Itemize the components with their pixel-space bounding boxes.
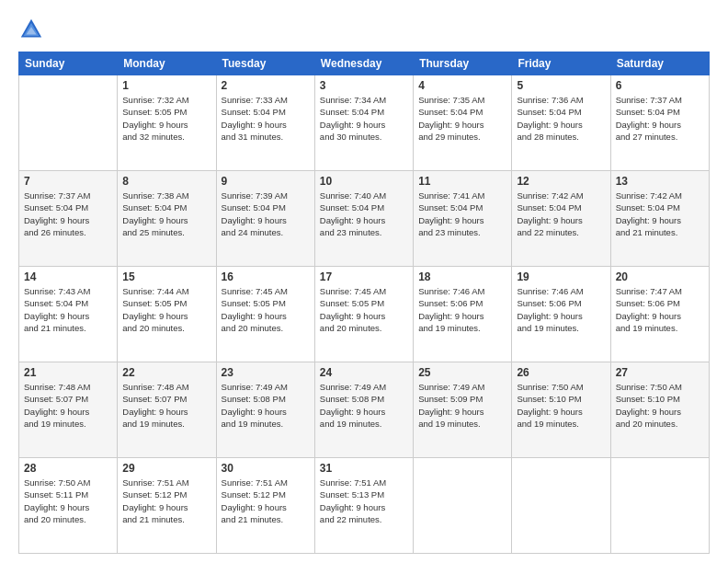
day-cell: 19Sunrise: 7:46 AM Sunset: 5:06 PM Dayli…: [512, 267, 610, 362]
day-info: Sunrise: 7:37 AM Sunset: 5:04 PM Dayligh…: [616, 94, 704, 143]
day-cell: 20Sunrise: 7:47 AM Sunset: 5:06 PM Dayli…: [610, 267, 709, 362]
day-number: 14: [24, 270, 112, 283]
day-info: Sunrise: 7:38 AM Sunset: 5:04 PM Dayligh…: [122, 190, 210, 238]
day-number: 23: [222, 366, 310, 379]
day-number: 20: [616, 270, 704, 283]
day-number: 6: [616, 79, 704, 92]
day-info: Sunrise: 7:42 AM Sunset: 5:04 PM Dayligh…: [517, 190, 605, 238]
day-number: 5: [517, 79, 605, 92]
week-row-2: 14Sunrise: 7:43 AM Sunset: 5:04 PM Dayli…: [19, 267, 710, 362]
day-info: Sunrise: 7:50 AM Sunset: 5:10 PM Dayligh…: [517, 381, 605, 430]
day-info: Sunrise: 7:51 AM Sunset: 5:13 PM Dayligh…: [320, 477, 408, 525]
day-info: Sunrise: 7:48 AM Sunset: 5:07 PM Dayligh…: [122, 381, 210, 430]
day-cell: 24Sunrise: 7:49 AM Sunset: 5:08 PM Dayli…: [314, 362, 413, 458]
day-info: Sunrise: 7:34 AM Sunset: 5:04 PM Dayligh…: [320, 94, 408, 143]
day-cell: [512, 458, 610, 554]
day-number: 7: [24, 175, 112, 188]
day-cell: 14Sunrise: 7:43 AM Sunset: 5:04 PM Dayli…: [19, 267, 118, 362]
day-number: 28: [24, 462, 112, 475]
day-cell: 27Sunrise: 7:50 AM Sunset: 5:10 PM Dayli…: [610, 362, 709, 458]
day-cell: 9Sunrise: 7:39 AM Sunset: 5:04 PM Daylig…: [216, 171, 314, 267]
day-info: Sunrise: 7:49 AM Sunset: 5:08 PM Dayligh…: [320, 381, 408, 430]
logo-icon: [18, 17, 44, 42]
day-cell: 16Sunrise: 7:45 AM Sunset: 5:05 PM Dayli…: [216, 267, 314, 362]
day-number: 19: [517, 270, 605, 283]
col-header-sunday: Sunday: [19, 52, 118, 75]
day-number: 30: [222, 462, 310, 475]
day-number: 9: [222, 175, 310, 188]
day-cell: [610, 458, 709, 554]
day-number: 22: [122, 366, 210, 379]
day-info: Sunrise: 7:45 AM Sunset: 5:05 PM Dayligh…: [320, 285, 408, 334]
day-cell: 6Sunrise: 7:37 AM Sunset: 5:04 PM Daylig…: [610, 75, 709, 171]
col-header-monday: Monday: [118, 52, 216, 75]
day-number: 3: [320, 79, 408, 92]
day-info: Sunrise: 7:50 AM Sunset: 5:10 PM Dayligh…: [616, 381, 704, 430]
day-cell: 17Sunrise: 7:45 AM Sunset: 5:05 PM Dayli…: [314, 267, 413, 362]
day-number: 8: [122, 175, 210, 188]
day-info: Sunrise: 7:33 AM Sunset: 5:04 PM Dayligh…: [222, 94, 310, 143]
day-cell: 7Sunrise: 7:37 AM Sunset: 5:04 PM Daylig…: [19, 171, 118, 267]
day-number: 25: [418, 366, 506, 379]
day-number: 10: [320, 175, 408, 188]
col-header-tuesday: Tuesday: [216, 52, 314, 75]
day-info: Sunrise: 7:50 AM Sunset: 5:11 PM Dayligh…: [24, 477, 112, 525]
day-cell: 5Sunrise: 7:36 AM Sunset: 5:04 PM Daylig…: [512, 75, 610, 171]
day-info: Sunrise: 7:44 AM Sunset: 5:05 PM Dayligh…: [122, 285, 210, 334]
day-cell: 21Sunrise: 7:48 AM Sunset: 5:07 PM Dayli…: [19, 362, 118, 458]
day-info: Sunrise: 7:51 AM Sunset: 5:12 PM Dayligh…: [222, 477, 310, 525]
day-info: Sunrise: 7:40 AM Sunset: 5:04 PM Dayligh…: [320, 190, 408, 238]
day-cell: 10Sunrise: 7:40 AM Sunset: 5:04 PM Dayli…: [314, 171, 413, 267]
day-cell: 23Sunrise: 7:49 AM Sunset: 5:08 PM Dayli…: [216, 362, 314, 458]
day-number: 17: [320, 270, 408, 283]
day-cell: 26Sunrise: 7:50 AM Sunset: 5:10 PM Dayli…: [512, 362, 610, 458]
day-info: Sunrise: 7:51 AM Sunset: 5:12 PM Dayligh…: [122, 477, 210, 525]
day-cell: 30Sunrise: 7:51 AM Sunset: 5:12 PM Dayli…: [216, 458, 314, 554]
day-info: Sunrise: 7:42 AM Sunset: 5:04 PM Dayligh…: [616, 190, 704, 238]
day-info: Sunrise: 7:35 AM Sunset: 5:04 PM Dayligh…: [418, 94, 506, 143]
week-row-3: 21Sunrise: 7:48 AM Sunset: 5:07 PM Dayli…: [19, 362, 710, 458]
col-header-saturday: Saturday: [610, 52, 709, 75]
header-row: SundayMondayTuesdayWednesdayThursdayFrid…: [19, 52, 710, 75]
day-info: Sunrise: 7:46 AM Sunset: 5:06 PM Dayligh…: [517, 285, 605, 334]
day-cell: 28Sunrise: 7:50 AM Sunset: 5:11 PM Dayli…: [19, 458, 118, 554]
day-cell: 3Sunrise: 7:34 AM Sunset: 5:04 PM Daylig…: [314, 75, 413, 171]
day-cell: 29Sunrise: 7:51 AM Sunset: 5:12 PM Dayli…: [118, 458, 216, 554]
day-number: 29: [122, 462, 210, 475]
day-cell: 22Sunrise: 7:48 AM Sunset: 5:07 PM Dayli…: [118, 362, 216, 458]
day-info: Sunrise: 7:39 AM Sunset: 5:04 PM Dayligh…: [222, 190, 310, 238]
week-row-0: 1Sunrise: 7:32 AM Sunset: 5:05 PM Daylig…: [19, 75, 710, 171]
day-info: Sunrise: 7:41 AM Sunset: 5:04 PM Dayligh…: [418, 190, 506, 238]
day-number: 13: [616, 175, 704, 188]
day-number: 31: [320, 462, 408, 475]
day-cell: 31Sunrise: 7:51 AM Sunset: 5:13 PM Dayli…: [314, 458, 413, 554]
col-header-friday: Friday: [512, 52, 610, 75]
col-header-wednesday: Wednesday: [314, 52, 413, 75]
day-number: 15: [122, 270, 210, 283]
day-info: Sunrise: 7:46 AM Sunset: 5:06 PM Dayligh…: [418, 285, 506, 334]
header: [18, 17, 710, 42]
day-info: Sunrise: 7:49 AM Sunset: 5:09 PM Dayligh…: [418, 381, 506, 430]
day-number: 21: [24, 366, 112, 379]
day-info: Sunrise: 7:36 AM Sunset: 5:04 PM Dayligh…: [517, 94, 605, 143]
day-number: 24: [320, 366, 408, 379]
day-info: Sunrise: 7:45 AM Sunset: 5:05 PM Dayligh…: [222, 285, 310, 334]
page: SundayMondayTuesdayWednesdayThursdayFrid…: [0, 0, 728, 563]
day-cell: 25Sunrise: 7:49 AM Sunset: 5:09 PM Dayli…: [414, 362, 512, 458]
day-info: Sunrise: 7:49 AM Sunset: 5:08 PM Dayligh…: [222, 381, 310, 430]
day-cell: 15Sunrise: 7:44 AM Sunset: 5:05 PM Dayli…: [118, 267, 216, 362]
day-number: 16: [222, 270, 310, 283]
day-cell: 18Sunrise: 7:46 AM Sunset: 5:06 PM Dayli…: [414, 267, 512, 362]
day-number: 2: [222, 79, 310, 92]
day-number: 18: [418, 270, 506, 283]
day-cell: 4Sunrise: 7:35 AM Sunset: 5:04 PM Daylig…: [414, 75, 512, 171]
day-cell: [19, 75, 118, 171]
day-info: Sunrise: 7:48 AM Sunset: 5:07 PM Dayligh…: [24, 381, 112, 430]
day-info: Sunrise: 7:47 AM Sunset: 5:06 PM Dayligh…: [616, 285, 704, 334]
week-row-1: 7Sunrise: 7:37 AM Sunset: 5:04 PM Daylig…: [19, 171, 710, 267]
week-row-4: 28Sunrise: 7:50 AM Sunset: 5:11 PM Dayli…: [19, 458, 710, 554]
day-info: Sunrise: 7:32 AM Sunset: 5:05 PM Dayligh…: [122, 94, 210, 143]
calendar-table: SundayMondayTuesdayWednesdayThursdayFrid…: [18, 52, 710, 554]
day-number: 4: [418, 79, 506, 92]
day-info: Sunrise: 7:43 AM Sunset: 5:04 PM Dayligh…: [24, 285, 112, 334]
